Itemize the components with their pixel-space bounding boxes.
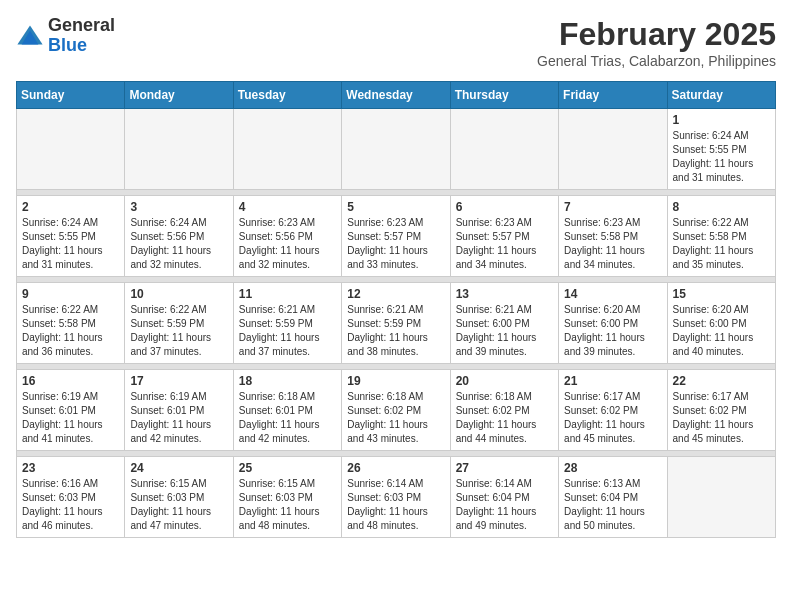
location-subtitle: General Trias, Calabarzon, Philippines <box>537 53 776 69</box>
day-info: Sunrise: 6:13 AM Sunset: 6:04 PM Dayligh… <box>564 477 661 533</box>
day-info: Sunrise: 6:20 AM Sunset: 6:00 PM Dayligh… <box>673 303 770 359</box>
page-header: General Blue February 2025 General Trias… <box>16 16 776 69</box>
day-info: Sunrise: 6:23 AM Sunset: 5:57 PM Dayligh… <box>347 216 444 272</box>
day-number: 19 <box>347 374 444 388</box>
day-info: Sunrise: 6:24 AM Sunset: 5:55 PM Dayligh… <box>22 216 119 272</box>
weekday-header: Sunday <box>17 82 125 109</box>
calendar-cell: 13Sunrise: 6:21 AM Sunset: 6:00 PM Dayli… <box>450 283 558 364</box>
day-number: 8 <box>673 200 770 214</box>
calendar-cell: 28Sunrise: 6:13 AM Sunset: 6:04 PM Dayli… <box>559 457 667 538</box>
calendar-cell: 8Sunrise: 6:22 AM Sunset: 5:58 PM Daylig… <box>667 196 775 277</box>
day-number: 16 <box>22 374 119 388</box>
day-info: Sunrise: 6:22 AM Sunset: 5:58 PM Dayligh… <box>22 303 119 359</box>
weekday-header: Wednesday <box>342 82 450 109</box>
calendar-cell: 26Sunrise: 6:14 AM Sunset: 6:03 PM Dayli… <box>342 457 450 538</box>
day-info: Sunrise: 6:15 AM Sunset: 6:03 PM Dayligh… <box>130 477 227 533</box>
calendar-table: SundayMondayTuesdayWednesdayThursdayFrid… <box>16 81 776 538</box>
week-row: 2Sunrise: 6:24 AM Sunset: 5:55 PM Daylig… <box>17 196 776 277</box>
calendar-cell: 19Sunrise: 6:18 AM Sunset: 6:02 PM Dayli… <box>342 370 450 451</box>
day-number: 4 <box>239 200 336 214</box>
calendar-cell: 7Sunrise: 6:23 AM Sunset: 5:58 PM Daylig… <box>559 196 667 277</box>
title-block: February 2025 General Trias, Calabarzon,… <box>537 16 776 69</box>
day-info: Sunrise: 6:18 AM Sunset: 6:02 PM Dayligh… <box>347 390 444 446</box>
logo-blue-text: Blue <box>48 35 87 55</box>
logo-general-text: General <box>48 15 115 35</box>
day-info: Sunrise: 6:21 AM Sunset: 5:59 PM Dayligh… <box>239 303 336 359</box>
week-row: 9Sunrise: 6:22 AM Sunset: 5:58 PM Daylig… <box>17 283 776 364</box>
day-info: Sunrise: 6:17 AM Sunset: 6:02 PM Dayligh… <box>564 390 661 446</box>
day-info: Sunrise: 6:16 AM Sunset: 6:03 PM Dayligh… <box>22 477 119 533</box>
day-number: 12 <box>347 287 444 301</box>
day-number: 17 <box>130 374 227 388</box>
day-number: 15 <box>673 287 770 301</box>
day-info: Sunrise: 6:18 AM Sunset: 6:02 PM Dayligh… <box>456 390 553 446</box>
calendar-cell <box>559 109 667 190</box>
weekday-header: Friday <box>559 82 667 109</box>
day-number: 28 <box>564 461 661 475</box>
day-number: 3 <box>130 200 227 214</box>
day-info: Sunrise: 6:24 AM Sunset: 5:55 PM Dayligh… <box>673 129 770 185</box>
day-number: 18 <box>239 374 336 388</box>
day-info: Sunrise: 6:23 AM Sunset: 5:57 PM Dayligh… <box>456 216 553 272</box>
calendar-cell: 20Sunrise: 6:18 AM Sunset: 6:02 PM Dayli… <box>450 370 558 451</box>
day-info: Sunrise: 6:22 AM Sunset: 5:59 PM Dayligh… <box>130 303 227 359</box>
calendar-cell: 16Sunrise: 6:19 AM Sunset: 6:01 PM Dayli… <box>17 370 125 451</box>
calendar-cell: 21Sunrise: 6:17 AM Sunset: 6:02 PM Dayli… <box>559 370 667 451</box>
calendar-cell: 11Sunrise: 6:21 AM Sunset: 5:59 PM Dayli… <box>233 283 341 364</box>
week-row: 16Sunrise: 6:19 AM Sunset: 6:01 PM Dayli… <box>17 370 776 451</box>
weekday-header: Tuesday <box>233 82 341 109</box>
day-number: 21 <box>564 374 661 388</box>
day-number: 6 <box>456 200 553 214</box>
day-number: 2 <box>22 200 119 214</box>
day-number: 7 <box>564 200 661 214</box>
day-number: 10 <box>130 287 227 301</box>
day-number: 13 <box>456 287 553 301</box>
day-number: 26 <box>347 461 444 475</box>
calendar-cell <box>667 457 775 538</box>
calendar-cell <box>233 109 341 190</box>
day-number: 25 <box>239 461 336 475</box>
calendar-cell <box>125 109 233 190</box>
day-info: Sunrise: 6:17 AM Sunset: 6:02 PM Dayligh… <box>673 390 770 446</box>
calendar-cell: 22Sunrise: 6:17 AM Sunset: 6:02 PM Dayli… <box>667 370 775 451</box>
day-number: 27 <box>456 461 553 475</box>
calendar-cell: 25Sunrise: 6:15 AM Sunset: 6:03 PM Dayli… <box>233 457 341 538</box>
calendar-cell: 3Sunrise: 6:24 AM Sunset: 5:56 PM Daylig… <box>125 196 233 277</box>
day-number: 20 <box>456 374 553 388</box>
month-year-title: February 2025 <box>537 16 776 53</box>
day-info: Sunrise: 6:15 AM Sunset: 6:03 PM Dayligh… <box>239 477 336 533</box>
calendar-cell: 1Sunrise: 6:24 AM Sunset: 5:55 PM Daylig… <box>667 109 775 190</box>
logo-icon <box>16 22 44 50</box>
day-info: Sunrise: 6:14 AM Sunset: 6:03 PM Dayligh… <box>347 477 444 533</box>
day-info: Sunrise: 6:19 AM Sunset: 6:01 PM Dayligh… <box>22 390 119 446</box>
logo: General Blue <box>16 16 115 56</box>
calendar-cell <box>450 109 558 190</box>
calendar-cell <box>342 109 450 190</box>
calendar-cell <box>17 109 125 190</box>
day-info: Sunrise: 6:24 AM Sunset: 5:56 PM Dayligh… <box>130 216 227 272</box>
calendar-cell: 4Sunrise: 6:23 AM Sunset: 5:56 PM Daylig… <box>233 196 341 277</box>
calendar-cell: 24Sunrise: 6:15 AM Sunset: 6:03 PM Dayli… <box>125 457 233 538</box>
calendar-cell: 14Sunrise: 6:20 AM Sunset: 6:00 PM Dayli… <box>559 283 667 364</box>
calendar-cell: 2Sunrise: 6:24 AM Sunset: 5:55 PM Daylig… <box>17 196 125 277</box>
calendar-cell: 6Sunrise: 6:23 AM Sunset: 5:57 PM Daylig… <box>450 196 558 277</box>
day-info: Sunrise: 6:23 AM Sunset: 5:58 PM Dayligh… <box>564 216 661 272</box>
day-number: 5 <box>347 200 444 214</box>
calendar-cell: 27Sunrise: 6:14 AM Sunset: 6:04 PM Dayli… <box>450 457 558 538</box>
weekday-header: Thursday <box>450 82 558 109</box>
day-info: Sunrise: 6:14 AM Sunset: 6:04 PM Dayligh… <box>456 477 553 533</box>
day-info: Sunrise: 6:20 AM Sunset: 6:00 PM Dayligh… <box>564 303 661 359</box>
calendar-cell: 9Sunrise: 6:22 AM Sunset: 5:58 PM Daylig… <box>17 283 125 364</box>
day-number: 22 <box>673 374 770 388</box>
day-number: 11 <box>239 287 336 301</box>
calendar-cell: 12Sunrise: 6:21 AM Sunset: 5:59 PM Dayli… <box>342 283 450 364</box>
calendar-cell: 5Sunrise: 6:23 AM Sunset: 5:57 PM Daylig… <box>342 196 450 277</box>
day-number: 9 <box>22 287 119 301</box>
day-number: 24 <box>130 461 227 475</box>
day-number: 23 <box>22 461 119 475</box>
day-number: 14 <box>564 287 661 301</box>
weekday-header-row: SundayMondayTuesdayWednesdayThursdayFrid… <box>17 82 776 109</box>
day-info: Sunrise: 6:21 AM Sunset: 5:59 PM Dayligh… <box>347 303 444 359</box>
weekday-header: Saturday <box>667 82 775 109</box>
day-info: Sunrise: 6:19 AM Sunset: 6:01 PM Dayligh… <box>130 390 227 446</box>
